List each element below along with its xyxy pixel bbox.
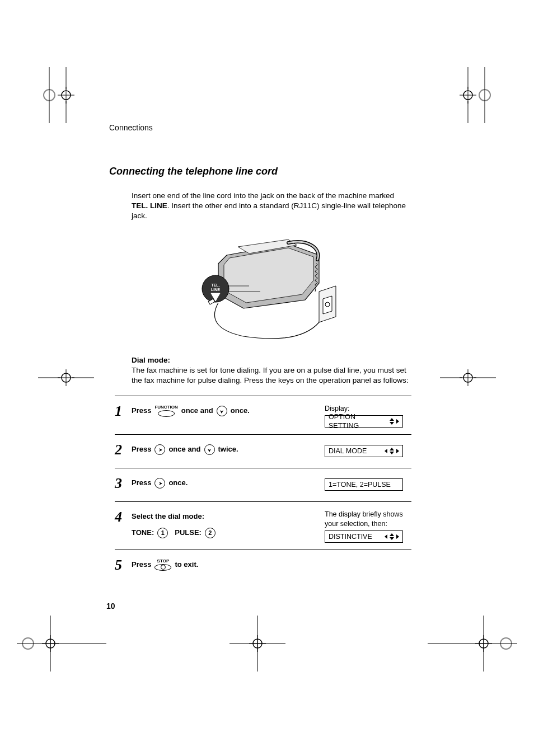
- registration-mark-tr: [440, 67, 496, 123]
- display-note: The display briefly shows your selection…: [325, 510, 411, 528]
- text: twice.: [218, 444, 238, 456]
- right-arrow-key-icon: [154, 444, 165, 455]
- pulse-option: PULSE: 2: [175, 527, 217, 539]
- step-instruction: Press once and twice.: [132, 442, 325, 456]
- intro-text-1: Insert one end of the line cord into the…: [132, 191, 394, 200]
- steps-list: 1 Press FUNCTION once and once. Display:…: [115, 396, 411, 584]
- step-display: The display briefly shows your selection…: [325, 509, 411, 543]
- registration-mark-br: [428, 616, 517, 672]
- fax-illustration: TEL. LINE: [109, 233, 411, 345]
- text: PULSE:: [175, 527, 202, 539]
- step-5: 5 Press STOP to exit.: [115, 550, 411, 584]
- registration-mark-tl: [38, 67, 94, 123]
- text: Press: [132, 559, 151, 571]
- svg-point-19: [463, 373, 472, 382]
- registration-mark-bc: [229, 616, 285, 672]
- svg-point-8: [463, 91, 472, 100]
- svg-point-30: [500, 638, 512, 649]
- registration-mark-ml: [38, 350, 94, 406]
- dial-mode-heading: Dial mode:: [132, 356, 411, 364]
- right-arrow-key-icon: [154, 478, 165, 489]
- step-3: 3 Press once. 1=TONE, 2=PULSE: [115, 468, 411, 502]
- section-header: Connections: [109, 123, 411, 132]
- step-number: 1: [115, 403, 132, 420]
- svg-point-36: [253, 639, 262, 648]
- intro-text-2: . Insert the other end into a standard (…: [132, 201, 406, 220]
- key-2-icon: 2: [205, 528, 216, 538]
- text: to exit.: [175, 559, 198, 571]
- page-number: 10: [106, 602, 115, 611]
- display-text: 1=TONE, 2=PULSE: [329, 480, 391, 489]
- key-label: FUNCTION: [154, 405, 177, 410]
- nav-arrows-icon: [382, 533, 399, 540]
- step-display: DIAL MODE: [325, 442, 411, 457]
- step-instruction: Press once.: [132, 475, 325, 489]
- step-number: 4: [115, 509, 132, 525]
- text: once.: [168, 477, 188, 489]
- step-display: 1=TONE, 2=PULSE: [325, 475, 411, 491]
- display-box: 1=TONE, 2=PULSE: [325, 478, 403, 491]
- text: Press: [132, 405, 151, 417]
- step-instruction: Press FUNCTION once and once.: [132, 403, 325, 417]
- svg-text:TEL.: TEL.: [211, 283, 219, 287]
- svg-point-24: [22, 638, 34, 649]
- svg-marker-50: [159, 448, 162, 452]
- step-number: 5: [115, 557, 132, 574]
- svg-marker-51: [208, 449, 211, 452]
- text: Press: [132, 444, 151, 456]
- nav-arrows-icon: [382, 448, 399, 454]
- key-1-icon: 1: [157, 528, 168, 538]
- registration-mark-mr: [440, 350, 496, 406]
- step-2: 2 Press once and twice. DIAL MODE: [115, 435, 411, 468]
- svg-marker-49: [220, 410, 223, 414]
- nav-arrows-icon: [387, 418, 399, 425]
- text: Select the dial mode:: [132, 511, 204, 523]
- step-4: 4 Select the dial mode: TONE: 1 PULSE: 2…: [115, 502, 411, 550]
- svg-point-1: [62, 91, 71, 100]
- text: TONE:: [132, 527, 154, 539]
- display-label: Display:: [325, 404, 411, 413]
- svg-point-0: [44, 90, 55, 101]
- svg-point-31: [479, 639, 488, 648]
- svg-point-14: [62, 373, 71, 382]
- down-arrow-key-icon: [204, 444, 215, 455]
- tone-option: TONE: 1: [132, 527, 169, 539]
- text: once.: [231, 405, 250, 417]
- text: once and: [168, 444, 200, 456]
- display-text: DISTINCTIVE: [329, 532, 372, 541]
- display-box: DISTINCTIVE: [325, 530, 403, 543]
- display-text: DIAL MODE: [329, 447, 367, 456]
- stop-key-icon: STOP: [154, 559, 171, 571]
- step-display: [325, 557, 411, 558]
- page-title: Connecting the telephone line cord: [109, 166, 411, 177]
- display-box: DIAL MODE: [325, 445, 403, 457]
- svg-point-25: [46, 639, 55, 648]
- display-text: OPTION SETTING: [329, 412, 387, 431]
- step-display: Display: OPTION SETTING: [325, 403, 411, 428]
- text: Press: [132, 477, 151, 489]
- text: once and: [181, 405, 213, 417]
- step-number: 3: [115, 475, 132, 492]
- function-key-icon: FUNCTION: [154, 405, 177, 417]
- svg-text:LINE: LINE: [211, 288, 220, 292]
- intro-bold: TEL. LINE: [132, 201, 167, 210]
- step-number: 2: [115, 442, 132, 458]
- step-1: 1 Press FUNCTION once and once. Display:…: [115, 396, 411, 435]
- intro-paragraph: Insert one end of the line cord into the…: [132, 191, 411, 222]
- registration-mark-bl: [17, 616, 106, 672]
- down-arrow-key-icon: [217, 406, 227, 416]
- step-instruction: Press STOP to exit.: [132, 557, 325, 571]
- dial-mode-text: The fax machine is set for tone dialing.…: [132, 365, 411, 386]
- svg-marker-52: [159, 482, 162, 485]
- key-label: STOP: [157, 559, 170, 564]
- step-instruction: Select the dial mode: TONE: 1 PULSE: 2: [132, 509, 325, 539]
- svg-point-7: [479, 90, 490, 101]
- display-box: OPTION SETTING: [325, 415, 403, 428]
